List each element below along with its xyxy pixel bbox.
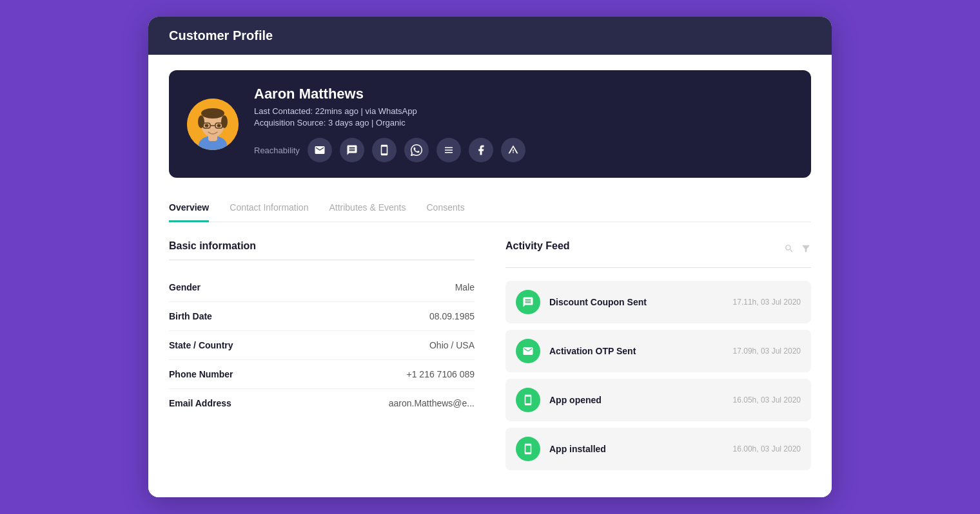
info-row-phone: Phone Number +1 216 7106 089: [169, 360, 475, 389]
activity-feed-section: Activity Feed: [505, 240, 811, 477]
info-row-email: Email Address aaron.Matthews@e...: [169, 389, 475, 417]
value-state-country: Ohio / USA: [429, 340, 475, 350]
activity-item-1: Discount Coupon Sent 17.11h, 03 Jul 2020: [505, 281, 811, 323]
reach-email-icon[interactable]: [308, 138, 332, 162]
activity-label-3: App opened: [549, 395, 724, 405]
avatar: [187, 99, 239, 150]
reachability-row: Reachability: [254, 138, 793, 162]
label-gender: Gender: [169, 282, 201, 292]
value-gender: Male: [455, 282, 475, 292]
search-icon[interactable]: [784, 243, 794, 256]
basic-info-divider: [169, 260, 475, 260]
profile-info: Aaron Matthews Last Contacted: 22mins ag…: [254, 86, 793, 162]
info-row-state-country: State / Country Ohio / USA: [169, 331, 475, 360]
activity-time-1: 17.11h, 03 Jul 2020: [733, 298, 801, 307]
tabs-nav: Overview Contact Information Attributes …: [169, 196, 811, 222]
card-body: Aaron Matthews Last Contacted: 22mins ag…: [148, 55, 832, 497]
activity-icon-email-2: [516, 339, 540, 363]
label-email: Email Address: [169, 398, 231, 408]
svg-point-4: [201, 108, 224, 119]
value-email: aaron.Matthews@e...: [389, 398, 475, 408]
reach-sms-icon[interactable]: [340, 138, 364, 162]
tab-attributes-events[interactable]: Attributes & Events: [329, 196, 406, 222]
activity-icon-sms-1: [516, 290, 540, 314]
content-area: Basic information Gender Male Birth Date…: [169, 240, 811, 477]
reach-web-icon[interactable]: [436, 138, 461, 162]
profile-name: Aaron Matthews: [254, 86, 793, 102]
svg-point-10: [205, 124, 209, 127]
label-phone: Phone Number: [169, 369, 233, 379]
label-state-country: State / Country: [169, 340, 233, 350]
info-row-birthdate: Birth Date 08.09.1985: [169, 302, 475, 331]
activity-actions: [784, 243, 811, 256]
activity-label-2: Activation OTP Sent: [549, 346, 724, 356]
activity-label-1: Discount Coupon Sent: [549, 297, 724, 307]
tab-consents[interactable]: Consents: [427, 196, 465, 222]
activity-divider: [505, 267, 811, 268]
value-phone: +1 216 7106 089: [407, 369, 475, 379]
customer-profile-card: Customer Profile: [148, 17, 832, 497]
svg-point-11: [217, 124, 221, 127]
activity-header: Activity Feed: [505, 240, 811, 260]
reach-facebook-icon[interactable]: [469, 138, 493, 162]
tab-contact-information[interactable]: Contact Information: [230, 196, 308, 222]
activity-time-3: 16.05h, 03 Jul 2020: [733, 395, 801, 405]
filter-icon[interactable]: [801, 243, 811, 256]
activity-item-4: App installed 16.00h, 03 Jul 2020: [505, 428, 811, 470]
basic-info-section: Basic information Gender Male Birth Date…: [169, 240, 475, 477]
page-title: Customer Profile: [169, 28, 273, 43]
activity-item-2: Activation OTP Sent 17.09h, 03 Jul 2020: [505, 330, 811, 372]
reach-whatsapp-icon[interactable]: [404, 138, 429, 162]
info-row-gender: Gender Male: [169, 273, 475, 302]
activity-label-4: App installed: [549, 444, 724, 454]
value-birthdate: 08.09.1985: [429, 311, 475, 321]
reach-custom-icon[interactable]: [501, 138, 525, 162]
acquisition-meta: Acquisition Source: 3 days ago | Organic: [254, 118, 793, 128]
activity-icon-mobile-3: [516, 388, 540, 412]
basic-info-title: Basic information: [169, 240, 475, 252]
activity-time-2: 17.09h, 03 Jul 2020: [733, 347, 801, 356]
profile-banner: Aaron Matthews Last Contacted: 22mins ag…: [169, 70, 811, 178]
activity-time-4: 16.00h, 03 Jul 2020: [733, 444, 801, 453]
activity-icon-mobile-4: [516, 437, 540, 461]
card-header: Customer Profile: [148, 17, 832, 55]
activity-feed-title: Activity Feed: [505, 240, 570, 252]
activity-item-3: App opened 16.05h, 03 Jul 2020: [505, 379, 811, 421]
reach-push-icon[interactable]: [372, 138, 397, 162]
reachability-label: Reachability: [254, 146, 300, 155]
label-birthdate: Birth Date: [169, 311, 212, 321]
last-contacted-meta: Last Contacted: 22mins ago | via WhatsAp…: [254, 106, 793, 116]
tab-overview[interactable]: Overview: [169, 196, 209, 222]
